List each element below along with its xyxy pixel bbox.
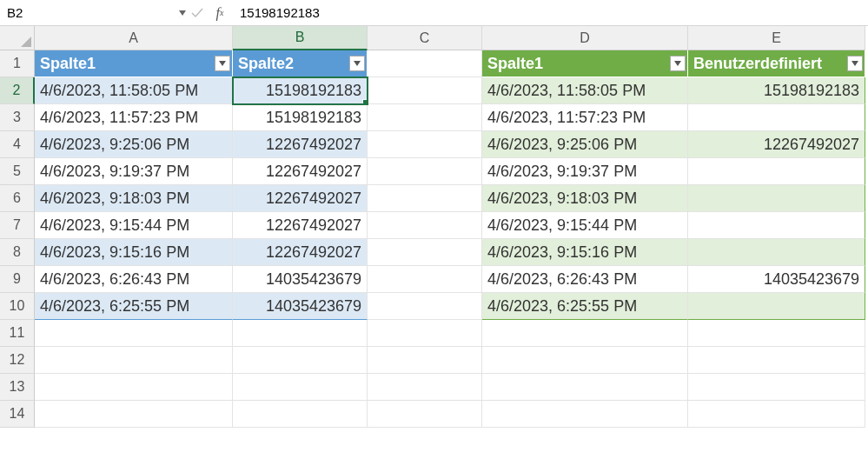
row-head-5[interactable]: 5 [0, 158, 35, 185]
cell-b11[interactable] [233, 320, 368, 347]
cell-a3[interactable]: 4/6/2023, 11:57:23 PM [35, 104, 233, 131]
col-head-b[interactable]: B [233, 26, 368, 50]
cell-c2[interactable] [368, 77, 482, 104]
row-head-8[interactable]: 8 [0, 239, 35, 266]
row-head-7[interactable]: 7 [0, 212, 35, 239]
cell-e12[interactable] [688, 347, 865, 374]
cell-e8[interactable] [688, 239, 865, 266]
cell-d6[interactable]: 4/6/2023, 9:18:03 PM [482, 185, 688, 212]
cell-d5[interactable]: 4/6/2023, 9:19:37 PM [482, 158, 688, 185]
cell-b9[interactable]: 14035423679 [233, 266, 368, 293]
cell-c12[interactable] [368, 347, 482, 374]
cell-b2[interactable]: 15198192183 [233, 77, 368, 104]
cell-a13[interactable] [35, 374, 233, 401]
cell-b10[interactable]: 14035423679 [233, 293, 368, 320]
cell-b3[interactable]: 15198192183 [233, 104, 368, 131]
cell-c8[interactable] [368, 239, 482, 266]
cell-b5[interactable]: 12267492027 [233, 158, 368, 185]
cell-b4[interactable]: 12267492027 [233, 131, 368, 158]
col-head-a[interactable]: A [35, 26, 233, 50]
green-table-header-2[interactable]: Benutzerdefiniert [688, 50, 865, 77]
green-table-header-1[interactable]: Spalte1 [482, 50, 688, 77]
cell-e6[interactable] [688, 185, 865, 212]
cell-e14[interactable] [688, 401, 865, 428]
cell-a4[interactable]: 4/6/2023, 9:25:06 PM [35, 131, 233, 158]
cell-c9[interactable] [368, 266, 482, 293]
filter-dropdown-icon[interactable] [847, 56, 863, 71]
cell-a8[interactable]: 4/6/2023, 9:15:16 PM [35, 239, 233, 266]
row-head-3[interactable]: 3 [0, 104, 35, 131]
cell-c10[interactable] [368, 293, 482, 320]
cell-c7[interactable] [368, 212, 482, 239]
filter-dropdown-icon[interactable] [670, 56, 686, 71]
cell-d13[interactable] [482, 374, 688, 401]
cell-c1[interactable] [368, 50, 482, 77]
insert-function-button[interactable]: fx [209, 0, 231, 25]
cell-c5[interactable] [368, 158, 482, 185]
row-head-1[interactable]: 1 [0, 50, 35, 77]
cell-d11[interactable] [482, 320, 688, 347]
cell-c11[interactable] [368, 320, 482, 347]
enter-formula-button[interactable] [186, 0, 209, 25]
cell-c4[interactable] [368, 131, 482, 158]
cell-a14[interactable] [35, 401, 233, 428]
cell-a11[interactable] [35, 320, 233, 347]
cell-d12[interactable] [482, 347, 688, 374]
row-head-11[interactable]: 11 [0, 320, 35, 347]
formula-input[interactable] [231, 0, 868, 25]
cell-a6[interactable]: 4/6/2023, 9:18:03 PM [35, 185, 233, 212]
col-head-e[interactable]: E [688, 26, 865, 50]
cell-c6[interactable] [368, 185, 482, 212]
cell-d8[interactable]: 4/6/2023, 9:15:16 PM [482, 239, 688, 266]
cell-d7[interactable]: 4/6/2023, 9:15:44 PM [482, 212, 688, 239]
row-head-6[interactable]: 6 [0, 185, 35, 212]
cell-e4[interactable]: 12267492027 [688, 131, 865, 158]
cell-b13[interactable] [233, 374, 368, 401]
col-head-c[interactable]: C [368, 26, 482, 50]
cell-b12[interactable] [233, 347, 368, 374]
cell-d10[interactable]: 4/6/2023, 6:25:55 PM [482, 293, 688, 320]
row-head-4[interactable]: 4 [0, 131, 35, 158]
row-head-14[interactable]: 14 [0, 401, 35, 428]
cell-d2[interactable]: 4/6/2023, 11:58:05 PM [482, 77, 688, 104]
cell-c14[interactable] [368, 401, 482, 428]
cell-e7[interactable] [688, 212, 865, 239]
cell-e10[interactable] [688, 293, 865, 320]
filter-dropdown-icon[interactable] [215, 56, 230, 71]
cell-b14[interactable] [233, 401, 368, 428]
filter-dropdown-icon[interactable] [349, 56, 365, 71]
row-head-10[interactable]: 10 [0, 293, 35, 320]
cell-e5[interactable] [688, 158, 865, 185]
table-header-label: Spalte1 [40, 55, 96, 73]
cell-a12[interactable] [35, 347, 233, 374]
cell-e9[interactable]: 14035423679 [688, 266, 865, 293]
row-head-9[interactable]: 9 [0, 266, 35, 293]
blue-table-header-2[interactable]: Spalte2 [233, 50, 368, 77]
cell-b8[interactable]: 12267492027 [233, 239, 368, 266]
cell-e11[interactable] [688, 320, 865, 347]
cell-a2[interactable]: 4/6/2023, 11:58:05 PM [35, 77, 233, 104]
cell-e13[interactable] [688, 374, 865, 401]
cell-a7[interactable]: 4/6/2023, 9:15:44 PM [35, 212, 233, 239]
cell-c3[interactable] [368, 104, 482, 131]
cell-e2[interactable]: 15198192183 [688, 77, 865, 104]
cell-a10[interactable]: 4/6/2023, 6:25:55 PM [35, 293, 233, 320]
select-all-corner[interactable] [0, 26, 35, 50]
cell-c13[interactable] [368, 374, 482, 401]
name-box-input[interactable] [0, 0, 179, 25]
cell-b6[interactable]: 12267492027 [233, 185, 368, 212]
row-head-13[interactable]: 13 [0, 374, 35, 401]
cell-d3[interactable]: 4/6/2023, 11:57:23 PM [482, 104, 688, 131]
cell-d14[interactable] [482, 401, 688, 428]
row-head-12[interactable]: 12 [0, 347, 35, 374]
cell-a5[interactable]: 4/6/2023, 9:19:37 PM [35, 158, 233, 185]
cell-d9[interactable]: 4/6/2023, 6:26:43 PM [482, 266, 688, 293]
cell-b7[interactable]: 12267492027 [233, 212, 368, 239]
cell-e3[interactable] [688, 104, 865, 131]
row-head-2[interactable]: 2 [0, 77, 35, 104]
cell-a9[interactable]: 4/6/2023, 6:26:43 PM [35, 266, 233, 293]
name-box-dropdown[interactable] [179, 0, 186, 25]
blue-table-header-1[interactable]: Spalte1 [35, 50, 233, 77]
col-head-d[interactable]: D [482, 26, 688, 50]
cell-d4[interactable]: 4/6/2023, 9:25:06 PM [482, 131, 688, 158]
